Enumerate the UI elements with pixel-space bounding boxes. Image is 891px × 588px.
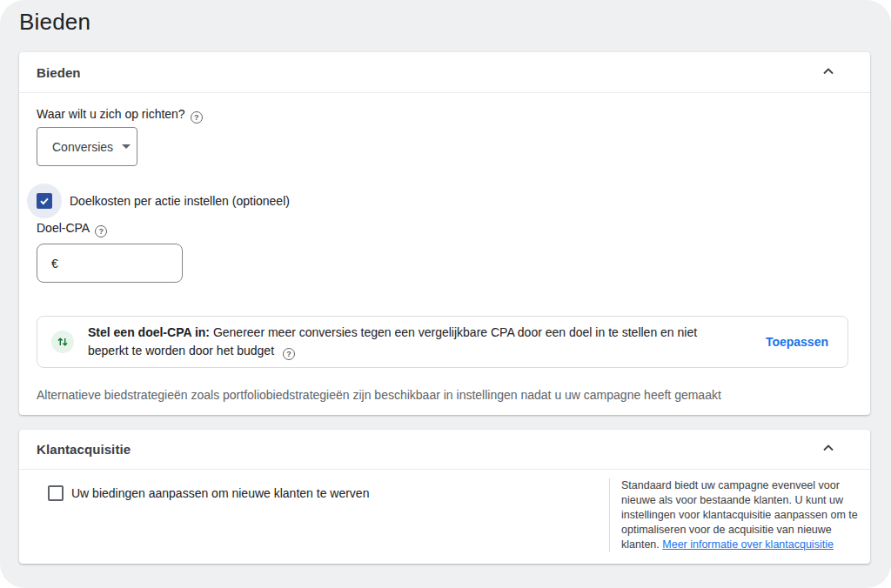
- target-cpa-checkbox-label: Doelkosten per actie instellen (optionee…: [70, 194, 290, 208]
- chevron-up-icon: [821, 64, 835, 81]
- focus-select-value: Conversies: [52, 140, 113, 154]
- bidding-card-header: Bieden: [19, 52, 870, 93]
- acquisition-info-panel: Standaard biedt uw campagne evenveel voo…: [609, 478, 863, 552]
- bidding-card-title: Bieden: [37, 65, 81, 80]
- customer-acquisition-card: Klantacquisitie Uw biedingen aanpassen o…: [19, 430, 870, 564]
- currency-prefix: €: [51, 257, 58, 271]
- new-customers-checkbox-label: Uw biedingen aanpassen om nieuwe klanten…: [71, 486, 369, 500]
- target-cpa-checkbox-row: Doelkosten per actie instellen (optionee…: [27, 184, 290, 218]
- arrows-up-down-icon: [51, 331, 74, 353]
- help-circle-icon[interactable]: [95, 225, 107, 237]
- acquisition-collapse-button[interactable]: [820, 439, 837, 459]
- caret-down-icon: [122, 144, 131, 149]
- acquisition-learn-more-link[interactable]: Meer informatie over klantacquisitie: [662, 538, 834, 551]
- checkbox-focus-halo: [27, 184, 62, 218]
- check-icon: [39, 196, 50, 206]
- bidding-collapse-button[interactable]: [820, 63, 837, 83]
- new-customers-checkbox[interactable]: [48, 485, 64, 501]
- acquisition-card-title: Klantacquisitie: [37, 442, 131, 457]
- recommendation-banner: Stel een doel-CPA in: Genereer meer conv…: [37, 316, 848, 368]
- alternative-strategies-note: Alternatieve biedstrategieën zoals portf…: [37, 388, 721, 402]
- help-circle-icon[interactable]: [283, 348, 295, 360]
- focus-select[interactable]: Conversies: [37, 127, 137, 166]
- chevron-up-icon: [821, 441, 835, 458]
- apply-recommendation-button[interactable]: Toepassen: [766, 335, 828, 349]
- bidding-card: Bieden Waar wilt u zich op richten? Conv…: [19, 52, 870, 415]
- focus-question-label: Waar wilt u zich op richten?: [37, 107, 203, 124]
- help-circle-icon[interactable]: [191, 111, 203, 124]
- new-customers-checkbox-row: Uw biedingen aanpassen om nieuwe klanten…: [48, 485, 369, 501]
- target-cpa-field-label: Doel-CPA: [37, 221, 107, 237]
- bidding-settings-page: Bieden Bieden Waar wilt u zich op richte…: [0, 0, 891, 588]
- target-cpa-input[interactable]: €: [37, 244, 183, 283]
- acquisition-card-header: Klantacquisitie: [19, 430, 870, 470]
- recommendation-text: Stel een doel-CPA in: Genereer meer conv…: [88, 324, 718, 361]
- page-title: Bieden: [19, 9, 90, 36]
- target-cpa-checkbox[interactable]: [37, 193, 52, 209]
